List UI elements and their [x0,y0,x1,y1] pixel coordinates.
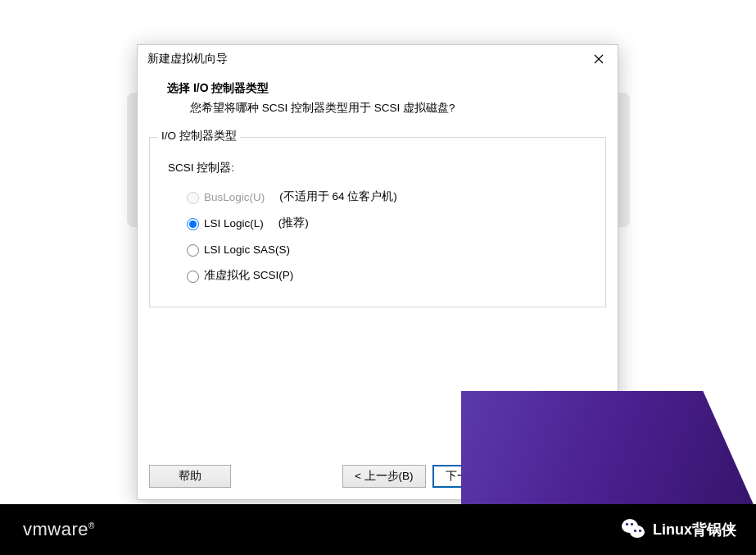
wechat-text: Linux背锅侠 [653,520,736,539]
radio-option-buslogic: BusLogic(U) (不适用于 64 位客户机) [183,184,592,210]
wizard-step-title: 选择 I/O 控制器类型 [167,81,598,96]
radio-input-lsilogic[interactable] [187,218,199,230]
scsi-subhead: SCSI 控制器: [163,161,592,184]
io-controller-fieldset: I/O 控制器类型 SCSI 控制器: BusLogic(U) (不适用于 64… [149,137,606,307]
radio-text: BusLogic(U) [204,191,265,203]
wechat-icon [622,517,646,542]
titlebar: 新建虚拟机向导 [138,45,618,73]
wizard-step-subtitle: 您希望将哪种 SCSI 控制器类型用于 SCSI 虚拟磁盘? [167,96,598,116]
close-icon [594,54,604,64]
new-vm-wizard-dialog: 新建虚拟机向导 选择 I/O 控制器类型 您希望将哪种 SCSI 控制器类型用于… [137,44,618,500]
radio-option-lsilogicsas[interactable]: LSI Logic SAS(S) [183,236,592,262]
radio-label[interactable]: 准虚拟化 SCSI(P) [183,268,293,283]
fieldset-legend: I/O 控制器类型 [158,129,240,143]
radio-option-paravirtual[interactable]: 准虚拟化 SCSI(P) [183,262,592,289]
radio-input-buslogic [187,192,199,204]
radio-option-lsilogic[interactable]: LSI Logic(L) (推荐) [183,210,592,236]
radio-text: LSI Logic(L) [204,217,264,230]
radio-input-lsilogicsas[interactable] [187,244,199,257]
wizard-footer: 帮助 < 上一步(B) 下一步(N) > 取消 [138,453,618,499]
wechat-badge: Linux背锅侠 [622,517,736,542]
help-button[interactable]: 帮助 [149,465,231,488]
registered-mark: ® [88,521,95,530]
radio-label[interactable]: LSI Logic(L) [183,216,264,230]
window-title: 新建虚拟机向导 [147,52,580,66]
radio-text: 准虚拟化 SCSI(P) [204,268,293,283]
radio-label[interactable]: LSI Logic SAS(S) [183,242,290,257]
radio-text: LSI Logic SAS(S) [204,243,290,256]
close-button[interactable] [580,45,618,73]
radio-label: BusLogic(U) [183,189,265,204]
vmware-text: vmware [23,519,88,539]
option-hint: (不适用于 64 位客户机) [279,189,397,204]
wizard-content: I/O 控制器类型 SCSI 控制器: BusLogic(U) (不适用于 64… [138,127,618,453]
scsi-radio-group: BusLogic(U) (不适用于 64 位客户机) LSI Logic(L) … [163,184,592,289]
wizard-header: 选择 I/O 控制器类型 您希望将哪种 SCSI 控制器类型用于 SCSI 虚拟… [138,73,618,127]
radio-input-paravirtual[interactable] [187,271,199,283]
next-button[interactable]: 下一步(N) > [432,465,518,488]
vmware-logo: vmware® [23,519,95,540]
back-button[interactable]: < 上一步(B) [342,465,426,488]
cancel-button[interactable]: 取消 [524,465,606,488]
option-hint: (推荐) [278,216,309,230]
